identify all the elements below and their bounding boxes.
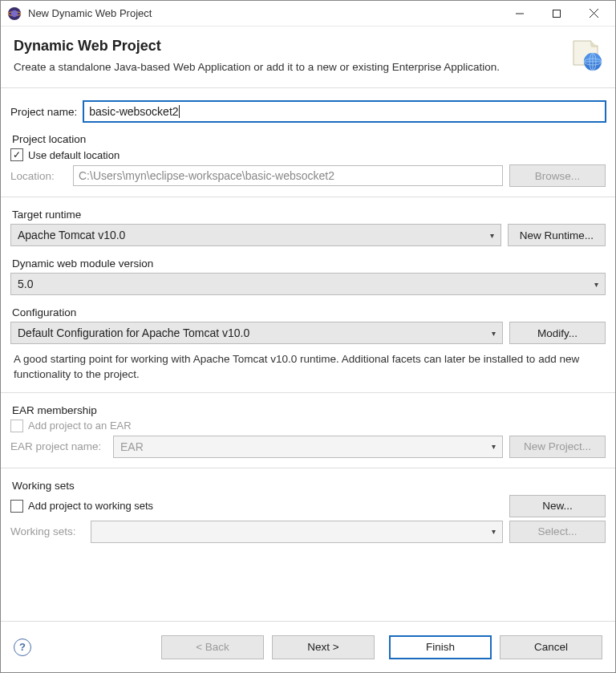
- web-project-icon: [569, 38, 602, 71]
- maximize-button[interactable]: [538, 2, 575, 26]
- wizard-footer: ? < Back Next > Finish Cancel: [1, 621, 615, 672]
- working-sets-add-checkbox-row[interactable]: Add project to working sets: [10, 500, 503, 513]
- help-button[interactable]: ?: [14, 639, 31, 656]
- configuration-row: Default Configuration for Apache Tomcat …: [10, 322, 606, 344]
- project-name-value: basic-websocket2: [89, 105, 178, 118]
- location-row: Location: Browse...: [10, 164, 606, 187]
- working-sets-add-label: Add project to working sets: [28, 500, 153, 512]
- working-sets-new-button[interactable]: New...: [509, 495, 606, 517]
- checkmark-icon: ✓: [13, 149, 21, 160]
- use-default-location-checkbox[interactable]: ✓: [10, 148, 23, 161]
- titlebar: New Dynamic Web Project: [1, 1, 615, 26]
- module-version-value: 5.0: [18, 278, 33, 290]
- wizard-description: Create a standalone Java-based Web Appli…: [14, 61, 569, 73]
- use-default-location-row[interactable]: ✓ Use default location: [10, 148, 606, 161]
- browse-button: Browse...: [509, 164, 606, 187]
- svg-marker-7: [591, 41, 598, 47]
- configuration-value: Default Configuration for Apache Tomcat …: [18, 326, 249, 339]
- module-version-title: Dynamic web module version: [12, 257, 606, 270]
- ear-add-row: Add project to an EAR: [10, 420, 606, 432]
- use-default-location-label: Use default location: [28, 149, 120, 161]
- target-runtime-select[interactable]: Apache Tomcat v10.0 ▾: [10, 224, 501, 246]
- text-caret: [179, 105, 180, 118]
- location-label: Location:: [10, 170, 67, 182]
- chevron-down-icon: ▾: [594, 280, 598, 289]
- ear-title: EAR membership: [12, 404, 606, 416]
- working-sets-title: Working sets: [12, 480, 606, 492]
- target-runtime-row: Apache Tomcat v10.0 ▾ New Runtime...: [10, 224, 606, 246]
- ear-project-name-label: EAR project name:: [10, 440, 107, 452]
- working-sets-add-checkbox[interactable]: [10, 500, 23, 513]
- project-location-title: Project location: [12, 133, 606, 145]
- chevron-down-icon: ▾: [490, 231, 494, 240]
- chevron-down-icon: ▾: [492, 442, 496, 451]
- ear-add-checkbox: [10, 420, 23, 432]
- module-version-row: 5.0 ▾: [10, 273, 606, 295]
- project-name-row: Project name: basic-websocket2: [10, 101, 606, 122]
- minimize-button[interactable]: [501, 2, 538, 26]
- working-sets-add-row: Add project to working sets New...: [10, 495, 606, 517]
- module-version-select[interactable]: 5.0 ▾: [10, 273, 606, 295]
- configuration-description: A good starting point for working with A…: [14, 352, 602, 383]
- project-name-label: Project name:: [10, 106, 77, 118]
- location-input: [73, 165, 503, 186]
- eclipse-icon: [7, 6, 22, 21]
- chevron-down-icon: ▾: [492, 329, 496, 338]
- ear-new-project-button: New Project...: [509, 436, 606, 458]
- configuration-select[interactable]: Default Configuration for Apache Tomcat …: [10, 322, 503, 344]
- working-sets-select-row: Working sets: ▾ Select...: [10, 521, 606, 543]
- ear-name-row: EAR project name: EAR ▾ New Project...: [10, 436, 606, 458]
- ear-add-label: Add project to an EAR: [28, 420, 132, 432]
- working-sets-select: ▾: [91, 521, 503, 543]
- chevron-down-icon: ▾: [492, 527, 496, 536]
- close-button[interactable]: [575, 2, 612, 26]
- svg-point-2: [11, 10, 18, 16]
- modify-button[interactable]: Modify...: [509, 322, 606, 344]
- ear-project-select: EAR ▾: [113, 436, 503, 458]
- wizard-banner: Dynamic Web Project Create a standalone …: [1, 26, 615, 88]
- configuration-title: Configuration: [12, 306, 606, 318]
- back-button: < Back: [161, 635, 264, 659]
- svg-rect-4: [553, 10, 561, 17]
- wizard-content: Project name: basic-websocket2 Project l…: [1, 88, 615, 543]
- target-runtime-title: Target runtime: [12, 209, 606, 221]
- target-runtime-value: Apache Tomcat v10.0: [18, 229, 125, 241]
- window-title: New Dynamic Web Project: [28, 7, 501, 19]
- working-sets-label: Working sets:: [10, 525, 84, 537]
- project-name-input[interactable]: basic-websocket2: [83, 101, 606, 122]
- ear-project-value: EAR: [120, 440, 144, 453]
- new-runtime-button[interactable]: New Runtime...: [508, 224, 606, 246]
- finish-button[interactable]: Finish: [389, 635, 492, 659]
- working-sets-select-button: Select...: [509, 521, 606, 543]
- next-button[interactable]: Next >: [272, 635, 375, 659]
- wizard-title: Dynamic Web Project: [14, 38, 569, 55]
- cancel-button[interactable]: Cancel: [500, 635, 602, 659]
